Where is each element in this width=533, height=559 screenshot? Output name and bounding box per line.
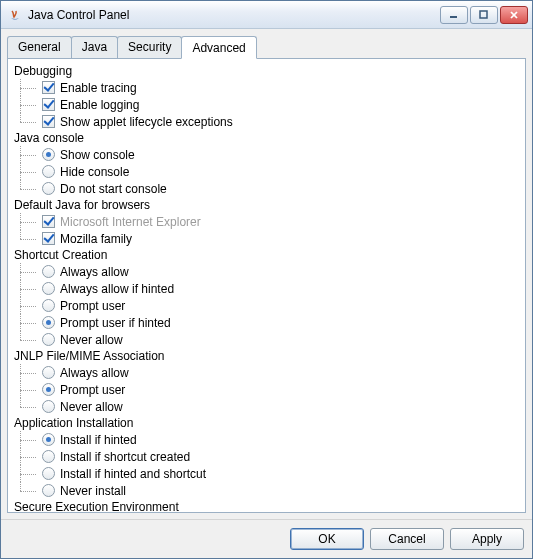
svg-rect-1 xyxy=(480,11,487,18)
setting-label: Prompt user if hinted xyxy=(60,316,171,330)
tree-line-icon xyxy=(14,79,42,96)
setting-install-if-shortcut-created[interactable]: Install if shortcut created xyxy=(14,448,523,465)
tab-java[interactable]: Java xyxy=(71,36,118,59)
minimize-button[interactable] xyxy=(440,6,468,24)
section-heading-jnlp-file-mime-association: JNLP File/MIME Association xyxy=(14,348,523,364)
section-heading-java-console: Java console xyxy=(14,130,523,146)
section-heading-shortcut-creation: Shortcut Creation xyxy=(14,247,523,263)
tree-line-icon xyxy=(14,482,42,499)
setting-hide-console[interactable]: Hide console xyxy=(14,163,523,180)
setting-label: Install if hinted and shortcut xyxy=(60,467,206,481)
radio-show-console[interactable] xyxy=(42,148,55,161)
setting-prompt-user[interactable]: Prompt user xyxy=(14,297,523,314)
setting-label: Never allow xyxy=(60,333,123,347)
maximize-button[interactable] xyxy=(470,6,498,24)
tab-advanced[interactable]: Advanced xyxy=(181,36,256,59)
checkbox-enable-tracing[interactable] xyxy=(42,81,55,94)
settings-tree[interactable]: DebuggingEnable tracingEnable loggingSho… xyxy=(8,59,525,512)
setting-always-allow[interactable]: Always allow xyxy=(14,263,523,280)
setting-enable-tracing[interactable]: Enable tracing xyxy=(14,79,523,96)
radio-always-allow[interactable] xyxy=(42,265,55,278)
setting-label: Enable logging xyxy=(60,98,139,112)
setting-prompt-user[interactable]: Prompt user xyxy=(14,381,523,398)
tab-general[interactable]: General xyxy=(7,36,72,59)
radio-never-install[interactable] xyxy=(42,484,55,497)
radio-prompt-user[interactable] xyxy=(42,383,55,396)
setting-always-allow[interactable]: Always allow xyxy=(14,364,523,381)
window: Java Control Panel GeneralJavaSecurityAd… xyxy=(0,0,533,559)
radio-prompt-user[interactable] xyxy=(42,299,55,312)
setting-label: Mozilla family xyxy=(60,232,132,246)
setting-label: Show console xyxy=(60,148,135,162)
checkbox-mozilla-family[interactable] xyxy=(42,232,55,245)
section-heading-default-java-for-browsers: Default Java for browsers xyxy=(14,197,523,213)
tree-line-icon xyxy=(14,297,42,314)
tree-line-icon xyxy=(14,381,42,398)
setting-never-allow[interactable]: Never allow xyxy=(14,331,523,348)
tree-line-icon xyxy=(14,180,42,197)
ok-button[interactable]: OK xyxy=(290,528,364,550)
tree-line-icon xyxy=(14,465,42,482)
setting-show-console[interactable]: Show console xyxy=(14,146,523,163)
radio-never-allow[interactable] xyxy=(42,333,55,346)
titlebar-buttons xyxy=(440,6,528,24)
radio-always-allow-if-hinted[interactable] xyxy=(42,282,55,295)
tree-line-icon xyxy=(14,146,42,163)
cancel-button[interactable]: Cancel xyxy=(370,528,444,550)
setting-prompt-user-if-hinted[interactable]: Prompt user if hinted xyxy=(14,314,523,331)
tree-line-icon xyxy=(14,113,42,130)
radio-install-if-shortcut-created[interactable] xyxy=(42,450,55,463)
setting-never-install[interactable]: Never install xyxy=(14,482,523,499)
java-icon xyxy=(7,7,23,23)
setting-enable-logging[interactable]: Enable logging xyxy=(14,96,523,113)
setting-do-not-start-console[interactable]: Do not start console xyxy=(14,180,523,197)
checkbox-enable-logging[interactable] xyxy=(42,98,55,111)
tree-line-icon xyxy=(14,280,42,297)
setting-never-allow[interactable]: Never allow xyxy=(14,398,523,415)
close-button[interactable] xyxy=(500,6,528,24)
checkbox-microsoft-internet-explorer xyxy=(42,215,55,228)
titlebar: Java Control Panel xyxy=(1,1,532,29)
tree-line-icon xyxy=(14,331,42,348)
setting-install-if-hinted[interactable]: Install if hinted xyxy=(14,431,523,448)
tab-strip: GeneralJavaSecurityAdvanced xyxy=(1,29,532,58)
setting-label: Show applet lifecycle exceptions xyxy=(60,115,233,129)
setting-always-allow-if-hinted[interactable]: Always allow if hinted xyxy=(14,280,523,297)
tree-line-icon xyxy=(14,263,42,280)
setting-microsoft-internet-explorer: Microsoft Internet Explorer xyxy=(14,213,523,230)
window-title: Java Control Panel xyxy=(28,8,440,22)
section-heading-application-installation: Application Installation xyxy=(14,415,523,431)
tree-line-icon xyxy=(14,431,42,448)
setting-label: Install if shortcut created xyxy=(60,450,190,464)
setting-label: Always allow xyxy=(60,366,129,380)
tab-security[interactable]: Security xyxy=(117,36,182,59)
tree-line-icon xyxy=(14,448,42,465)
setting-label: Do not start console xyxy=(60,182,167,196)
section-heading-secure-execution-environment: Secure Execution Environment xyxy=(14,499,523,512)
setting-install-if-hinted-and-shortcut[interactable]: Install if hinted and shortcut xyxy=(14,465,523,482)
radio-never-allow[interactable] xyxy=(42,400,55,413)
setting-label: Prompt user xyxy=(60,299,125,313)
setting-mozilla-family[interactable]: Mozilla family xyxy=(14,230,523,247)
setting-show-applet-lifecycle-exceptions[interactable]: Show applet lifecycle exceptions xyxy=(14,113,523,130)
tree-line-icon xyxy=(14,96,42,113)
setting-label: Hide console xyxy=(60,165,129,179)
setting-label: Always allow xyxy=(60,265,129,279)
setting-label: Prompt user xyxy=(60,383,125,397)
checkbox-show-applet-lifecycle-exceptions[interactable] xyxy=(42,115,55,128)
setting-label: Microsoft Internet Explorer xyxy=(60,215,201,229)
setting-label: Never allow xyxy=(60,400,123,414)
radio-prompt-user-if-hinted[interactable] xyxy=(42,316,55,329)
radio-always-allow[interactable] xyxy=(42,366,55,379)
radio-hide-console[interactable] xyxy=(42,165,55,178)
radio-install-if-hinted[interactable] xyxy=(42,433,55,446)
radio-do-not-start-console[interactable] xyxy=(42,182,55,195)
tree-line-icon xyxy=(14,314,42,331)
apply-button[interactable]: Apply xyxy=(450,528,524,550)
radio-install-if-hinted-and-shortcut[interactable] xyxy=(42,467,55,480)
tree-line-icon xyxy=(14,398,42,415)
tree-line-icon xyxy=(14,163,42,180)
setting-label: Install if hinted xyxy=(60,433,137,447)
tab-page-advanced: DebuggingEnable tracingEnable loggingSho… xyxy=(7,58,526,513)
tree-line-icon xyxy=(14,213,42,230)
